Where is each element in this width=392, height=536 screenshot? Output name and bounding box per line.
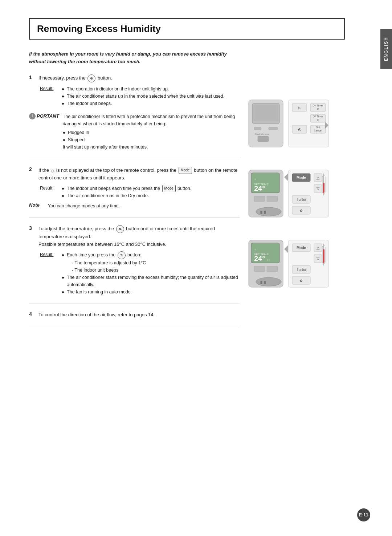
- step-2-number: 2: [29, 166, 35, 172]
- result-items-1: The operation indicator on the indoor un…: [62, 85, 224, 107]
- important-label: iPORTANT: [29, 113, 59, 119]
- step-3-header: 3 To adjust the temperature, press the ⇅…: [29, 225, 240, 248]
- step-3: 3 To adjust the temperature, press the ⇅…: [29, 225, 240, 296]
- result-item: The air conditioner runs in the Dry mode…: [62, 192, 191, 199]
- step-3-number: 3: [29, 225, 35, 231]
- remote-image-1: Good Morning ▷ On Timer ⊕ Off T: [247, 96, 338, 155]
- step-1-result: Result: The operation indicator on the i…: [40, 85, 240, 107]
- side-tab: ENGLISH: [380, 29, 392, 69]
- result-label-2: Result:: [40, 186, 57, 200]
- divider-1: [29, 159, 240, 159]
- images-column: Good Morning ▷ On Timer ⊕ Off T: [247, 74, 338, 334]
- step-4-number: 4: [29, 311, 35, 317]
- result-item: The indoor unit beeps.: [62, 100, 224, 107]
- svg-marker-32: [284, 174, 288, 181]
- side-tab-label: ENGLISH: [384, 37, 389, 61]
- intro-text: If the atmosphere in your room is very h…: [29, 50, 236, 66]
- step-2-text: If the ☼ is not displayed at the top of …: [38, 166, 240, 182]
- step-1-header: 1 If necessary, press the ⊕ button.: [29, 74, 240, 82]
- svg-rect-3: [254, 127, 261, 130]
- important-items: Plugged in Stopped: [63, 129, 240, 143]
- svg-text:✿: ✿: [300, 209, 303, 212]
- remote-image-2: ☼ SET TEMP 24° Mode: [247, 166, 338, 226]
- step-4-header: 4 To control the direction of the air fl…: [29, 311, 240, 319]
- svg-rect-28: [267, 196, 278, 202]
- svg-text:☼: ☼: [254, 248, 256, 251]
- step-4: 4 To control the direction of the air fl…: [29, 311, 240, 319]
- svg-rect-53: [267, 266, 278, 272]
- note-text: You can change modes at any time.: [48, 202, 120, 210]
- svg-rect-27: [254, 196, 265, 202]
- svg-text:Off Timer: Off Timer: [313, 115, 323, 118]
- note-block: Note You can change modes at any time.: [29, 202, 240, 210]
- svg-rect-4: [269, 127, 278, 130]
- divider-2: [29, 218, 240, 218]
- important-item: Stopped: [63, 136, 240, 143]
- result-items-2: The indoor unit beeps each time you pres…: [62, 185, 191, 200]
- result-item: The operation indicator on the indoor un…: [62, 85, 224, 93]
- power-btn-icon: ⊕: [87, 74, 95, 82]
- mode-btn-small: Mode: [162, 185, 176, 192]
- svg-rect-6: [258, 136, 269, 142]
- page-number: E-11: [357, 508, 370, 521]
- svg-text:✿: ✿: [300, 279, 303, 283]
- svg-text:⊕: ⊕: [317, 107, 319, 111]
- svg-text:On Timer: On Timer: [313, 104, 323, 107]
- result-item: The indoor unit beeps each time you pres…: [62, 185, 191, 192]
- important-item: Plugged in: [63, 129, 240, 136]
- remote-image-3: ☼ SET TEMP 24° c Mode: [247, 236, 338, 296]
- divider-3: [29, 304, 240, 304]
- step-2-result: Result: The indoor unit beeps each time …: [40, 185, 240, 200]
- svg-rect-39: [323, 183, 324, 193]
- divider-4: [29, 327, 240, 327]
- main-content: Removing Excess Humidity If the atmosphe…: [0, 0, 381, 536]
- svg-text:Cancel: Cancel: [314, 129, 322, 132]
- svg-text:Turbo: Turbo: [297, 198, 306, 202]
- step-1: 1 If necessary, press the ⊕ button. Resu…: [29, 74, 240, 151]
- text-column: 1 If necessary, press the ⊕ button. Resu…: [29, 74, 240, 334]
- svg-text:⊖: ⊖: [317, 118, 319, 122]
- temp-btn-small: ⇅: [118, 251, 126, 259]
- svg-text:△: △: [317, 245, 320, 250]
- svg-text:Mode: Mode: [297, 246, 306, 250]
- result-item: The fan is running in auto mode.: [62, 288, 240, 296]
- svg-text:▷: ▷: [298, 106, 301, 110]
- page-title: Removing Excess Humidity: [37, 23, 161, 34]
- svg-rect-63: [323, 249, 324, 263]
- svg-rect-2: [253, 105, 278, 121]
- svg-text:c: c: [268, 258, 269, 262]
- svg-text:☼: ☼: [254, 178, 256, 180]
- svg-text:24°: 24°: [254, 255, 265, 263]
- svg-text:△: △: [317, 175, 320, 180]
- result-items-3: Each time you press the ⇅ button: - The …: [62, 251, 240, 296]
- important-block: iPORTANT The air conditioner is fitted w…: [29, 113, 240, 151]
- result-item: Each time you press the ⇅ button: - The …: [62, 251, 240, 274]
- result-label-3: Result:: [40, 252, 57, 296]
- important-text: The air conditioner is fitted with a pro…: [63, 113, 240, 151]
- svg-marker-68: [284, 245, 288, 253]
- step-3-result: Result: Each time you press the ⇅ button…: [40, 251, 240, 296]
- result-item: The air conditioner starts removing the …: [62, 274, 240, 288]
- step-2: 2 If the ☼ is not displayed at the top o…: [29, 166, 240, 210]
- step-4-text: To control the direction of the air flow…: [38, 311, 155, 319]
- important-icon: i: [29, 113, 36, 119]
- step-2-header: 2 If the ☼ is not displayed at the top o…: [29, 166, 240, 182]
- svg-text:Turbo: Turbo: [297, 268, 306, 272]
- note-label: Note: [29, 202, 44, 208]
- step-1-text: If necessary, press the ⊕ button.: [38, 74, 112, 82]
- svg-rect-52: [254, 266, 265, 272]
- svg-text:24°: 24°: [254, 184, 265, 192]
- svg-text:Good Morning: Good Morning: [255, 133, 269, 135]
- svg-text:▽: ▽: [317, 256, 320, 261]
- temp-btn-icon: ⇅: [116, 225, 124, 233]
- result-label-1: Result:: [40, 86, 57, 107]
- step-3-text: To adjust the temperature, press the ⇅ b…: [38, 225, 240, 248]
- svg-text:Mode: Mode: [297, 176, 306, 180]
- mode-btn-icon: Mode: [179, 167, 192, 174]
- step-1-number: 1: [29, 74, 35, 80]
- content-layout: 1 If necessary, press the ⊕ button. Resu…: [29, 74, 345, 334]
- title-box: Removing Excess Humidity: [29, 18, 345, 40]
- svg-text:▽: ▽: [317, 186, 320, 191]
- result-item: The air conditioner starts up in the mod…: [62, 93, 224, 100]
- svg-text:⏻: ⏻: [298, 128, 302, 131]
